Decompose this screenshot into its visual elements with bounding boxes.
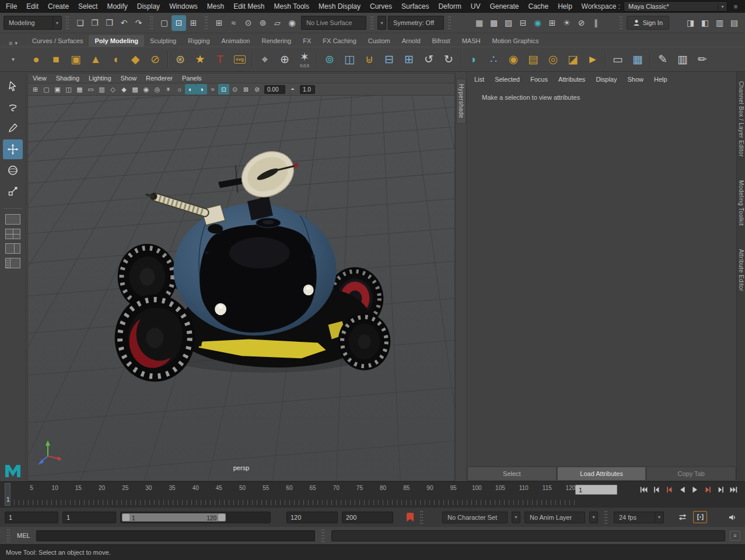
menu-item[interactable]: Generate (485, 0, 523, 13)
chevron-down-icon[interactable]: ▾ (718, 4, 727, 9)
render-settings-icon[interactable]: ⊟ (516, 15, 530, 31)
shelf-arrow-icon[interactable]: ▾ (12, 56, 15, 62)
combine-icon[interactable]: ⊚ (320, 48, 340, 71)
menu-item[interactable]: Curves (365, 0, 397, 13)
attribute-editor-button[interactable]: Copy Tab (646, 467, 736, 481)
symmetry-options-dropdown[interactable]: ▾ (377, 16, 386, 30)
shelf-tab[interactable]: Motion Graphics (486, 35, 544, 47)
gate-mask-icon[interactable]: ◫ (63, 84, 74, 94)
shelf-separator[interactable] (648, 48, 653, 71)
toolbar-grip[interactable] (321, 528, 325, 543)
timeline-ticks[interactable] (5, 500, 575, 505)
chevron-down-icon[interactable]: ▾ (53, 16, 61, 29)
make-live-icon[interactable]: ◉ (285, 15, 299, 31)
attribute-editor-button[interactable]: Select (467, 467, 557, 481)
attribute-editor-menu-item[interactable]: Selected (489, 76, 525, 83)
menu-item[interactable]: UV (466, 0, 485, 13)
grid-cube-icon[interactable]: ▦ (628, 48, 648, 71)
resolution-gate-icon[interactable]: ▣ (52, 84, 63, 94)
toolbar-grip[interactable] (619, 15, 623, 30)
menu-item[interactable]: Display (132, 0, 165, 13)
viewport-menu-item[interactable]: Panels (177, 75, 207, 82)
shelf-tab[interactable]: Animation (216, 35, 256, 47)
fps-dropdown[interactable]: 24 fps ▾ (614, 512, 664, 523)
xray-icon[interactable]: ⊠ (240, 84, 251, 94)
shelf-separator[interactable] (250, 48, 255, 71)
menu-item[interactable]: Edit (22, 0, 43, 13)
smooth-icon[interactable]: ◗ (464, 48, 484, 71)
layout-single-pane-button[interactable] (5, 214, 20, 225)
toolbar-grip[interactable] (65, 15, 69, 30)
attribute-editor-menu-item[interactable]: Attributes (553, 76, 590, 83)
menu-item[interactable]: Windows (165, 0, 202, 13)
viewport-menu-item[interactable]: Show (116, 75, 142, 82)
motion-blur-icon[interactable]: ≈ (207, 84, 218, 94)
light-editor-icon[interactable]: ☀ (559, 15, 574, 31)
snap-curve-icon[interactable]: ≈ (226, 15, 241, 31)
separate-icon[interactable]: ◫ (340, 48, 359, 71)
smooth-proxy-icon[interactable]: ◎ (543, 48, 563, 71)
attribute-editor-menu-item[interactable]: Help (649, 76, 673, 83)
shelf-tab[interactable]: Rigging (182, 35, 215, 47)
menu-item[interactable]: Edit Mesh (229, 0, 269, 13)
bridge-icon[interactable]: ↻ (439, 48, 459, 71)
film-gate-icon[interactable]: ▢ (41, 84, 52, 94)
pause-viewport-icon[interactable]: ∥ (589, 15, 603, 31)
shelf-tab[interactable]: Curves / Surfaces (26, 35, 89, 47)
toggle-display-icon[interactable]: ⊘ (574, 15, 589, 31)
open-scene-icon[interactable]: ❐ (88, 15, 102, 31)
shelf-menu-icon[interactable]: ≡ (9, 40, 12, 47)
shelf-separator[interactable] (314, 48, 320, 71)
lasso-tool[interactable] (3, 97, 23, 117)
toggle-channel-box-icon[interactable]: ▥ (712, 15, 727, 31)
select-hierarchy-icon[interactable]: ▢ (157, 15, 172, 31)
viewport-canvas[interactable]: persp (27, 96, 455, 481)
construction-plane-icon[interactable]: ⌖ (255, 48, 275, 71)
range-slider-handle-bar[interactable]: 1 120 (122, 513, 226, 522)
menu-item[interactable]: Create (43, 0, 74, 13)
layout-four-pane-button[interactable] (5, 229, 20, 239)
shelf-tab[interactable]: MASH (456, 35, 487, 47)
command-input[interactable] (36, 530, 315, 541)
wireframe-icon[interactable]: ◇ (107, 84, 118, 94)
layout-outliner-persp-button[interactable] (5, 258, 20, 268)
viewport-menu-item[interactable]: Shading (51, 75, 84, 82)
joint-xray-icon[interactable]: ⊘ (251, 84, 263, 94)
script-editor-icon[interactable]: ≡ (730, 531, 740, 541)
render-frame-icon[interactable]: ▩ (487, 15, 501, 31)
menu-item[interactable]: Modify (102, 0, 132, 13)
time-slider[interactable]: 5101520253035404550556065707580859095100… (0, 481, 745, 507)
render-setup-icon[interactable]: ⊞ (545, 15, 559, 31)
toolbar-grip[interactable] (419, 510, 424, 525)
menu-item[interactable]: Help (553, 0, 577, 13)
all-lights-icon[interactable]: ☼ (174, 84, 185, 94)
isolate-select-icon[interactable]: ⊙ (229, 84, 240, 94)
tab-hypershade[interactable]: Hypershade (456, 79, 466, 124)
wireframe-on-shaded-icon[interactable]: ◎ (152, 84, 163, 94)
snap-grid-icon[interactable]: ⊞ (212, 15, 226, 31)
snap-projected-center-icon[interactable]: ⊚ (256, 15, 270, 31)
anim-layer-arrow[interactable]: ▾ (589, 512, 598, 523)
toolbar-grip[interactable] (604, 510, 608, 525)
set-to-origin-icon[interactable]: ⊕ (275, 48, 295, 71)
toggle-tool-settings-icon[interactable]: ◧ (698, 15, 712, 31)
reduce-icon[interactable]: ▤ (523, 48, 543, 71)
right-panel-tab[interactable]: Channel Box / Layer Editor (738, 81, 744, 157)
bookmark-icon[interactable] (407, 513, 414, 522)
grid-toggle-icon[interactable]: ⊞ (30, 84, 41, 94)
paint-select-tool[interactable] (3, 118, 23, 138)
viewport-menu-item[interactable]: View (28, 75, 51, 82)
shelf-tab[interactable]: Rendering (256, 35, 297, 47)
character-set-arrow[interactable]: ▾ (512, 512, 520, 523)
toolbar-grip[interactable] (149, 15, 153, 30)
poly-text-icon[interactable]: T (210, 48, 230, 71)
range-slider-track[interactable]: 1 120 (120, 512, 271, 523)
shelf-tab[interactable]: Custom (362, 35, 396, 47)
snap-view-plane-icon[interactable]: ▱ (270, 15, 285, 31)
use-default-material-icon[interactable]: ◉ (141, 84, 152, 94)
textured-icon[interactable]: ▩ (130, 84, 141, 94)
viewport-menu-item[interactable]: Renderer (141, 75, 177, 82)
platonic-solid-icon[interactable]: ⊛ (170, 48, 190, 71)
poly-cone-icon[interactable]: ▲ (86, 48, 106, 71)
poly-cube-icon[interactable]: ■ (46, 48, 66, 71)
